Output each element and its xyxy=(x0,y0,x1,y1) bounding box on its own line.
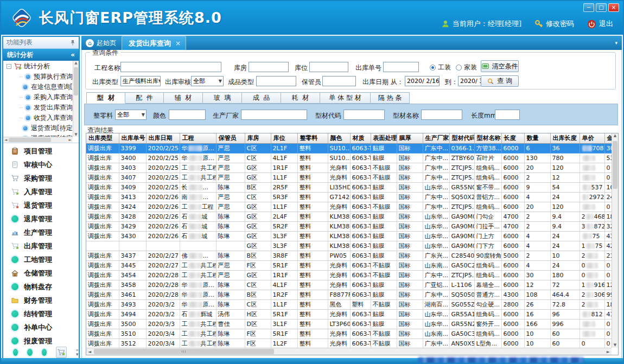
tree-root[interactable]: - 统计分析 xyxy=(3,61,73,72)
cart-quick-button[interactable] xyxy=(56,347,66,358)
profile-code-input[interactable] xyxy=(343,110,385,120)
maker-input[interactable] xyxy=(241,110,307,120)
radio-industrial[interactable]: 工装 xyxy=(430,63,451,72)
tree-item[interactable]: 采购入库查询 xyxy=(3,92,73,103)
material-tab-2[interactable]: 辅 材 xyxy=(164,92,203,104)
column-header[interactable]: 数量 xyxy=(524,133,550,143)
tree-item[interactable]: 发货出库查询 xyxy=(3,103,73,113)
sidebar-item-7[interactable]: 出库管理 xyxy=(3,239,79,253)
table-row[interactable]: 调拨出库34452020/2/27工共工程严思F区5R1F整料光身料6063-T… xyxy=(86,260,612,270)
profile-name-input[interactable] xyxy=(421,110,462,120)
tree-item[interactable]: 预算执行查询 xyxy=(3,72,73,82)
column-header[interactable]: 保管员 xyxy=(216,133,245,143)
column-header[interactable]: 库位 xyxy=(271,133,297,143)
material-tab-0[interactable]: 型 材 xyxy=(86,92,125,104)
column-header[interactable]: 出库长度 xyxy=(550,133,580,143)
column-header[interactable]: 出库类型 xyxy=(86,133,119,143)
column-header[interactable]: 型材代码 xyxy=(449,133,474,143)
warehouse-input[interactable] xyxy=(249,62,289,72)
column-header[interactable]: 材质 xyxy=(350,133,371,143)
search-button[interactable]: 查 询 xyxy=(481,75,519,87)
sidebar-item-8[interactable]: 工地管理 xyxy=(3,253,79,266)
table-row[interactable]: 调拨出库33992020/2/25华原...严思C区2L1F整料SU10...6… xyxy=(86,143,612,153)
sidebar-item-13[interactable]: 补单中心 xyxy=(3,321,79,334)
sidebar-item-9[interactable]: 仓储管理 xyxy=(3,266,79,280)
quick-icon-2[interactable] xyxy=(27,349,32,356)
scrollbar-thumb[interactable] xyxy=(94,349,274,354)
material-tab-6[interactable]: 单 体 型 材 xyxy=(320,92,371,104)
column-header[interactable]: 库房 xyxy=(245,133,271,143)
radio-home[interactable]: 家装 xyxy=(456,63,477,72)
column-header[interactable]: 单价 xyxy=(580,133,604,143)
quick-icon-3[interactable] xyxy=(42,349,47,356)
tree-vertical-scrollbar[interactable]: ▲▼ xyxy=(73,61,79,137)
sidebar-item-2[interactable]: 采购管理 xyxy=(3,171,79,185)
table-row[interactable]: 调拨出库34132020/2/26南...严思C区5R3F整料G71422606… xyxy=(86,192,612,202)
length-input[interactable] xyxy=(495,110,520,120)
material-tab-7[interactable]: 隔 热 条 xyxy=(371,92,410,104)
table-row[interactable]: G区3L3F整料KLM38176063-T5贴膜国标山东华...GA90M09.… xyxy=(86,241,612,251)
table-row[interactable]: 调拨出库34942020/3/2石辉城汤伟H区5R1F整料光身料6063-T5贴… xyxy=(86,309,612,319)
project-name-input[interactable] xyxy=(120,62,221,72)
color-input[interactable] xyxy=(169,110,206,120)
tab-close-icon[interactable]: × xyxy=(175,40,181,47)
tree-item[interactable]: 收货入库查询 xyxy=(3,113,73,123)
column-header[interactable]: 长度 xyxy=(501,133,524,143)
column-header[interactable]: 工程 xyxy=(180,133,216,143)
column-header[interactable]: 出库日期 xyxy=(146,133,180,143)
close-button[interactable]: × xyxy=(608,3,619,12)
keeper-input[interactable] xyxy=(322,76,356,86)
column-header[interactable]: 表面处理 xyxy=(371,133,397,143)
sidebar-item-4[interactable]: 退货管理 xyxy=(3,199,79,212)
column-header[interactable]: 膜厚 xyxy=(397,133,423,143)
column-header[interactable]: 型材名称 xyxy=(474,133,501,143)
table-row[interactable]: 调拨出库34292020/2/26石城陈琳G区5R2F整料KLM38176063… xyxy=(86,221,612,231)
table-row[interactable]: 调拨出库35122020/3/4工共工程陈琳F区1L2F整料光身料6063-T5… xyxy=(86,339,612,348)
tab-shipment-query[interactable]: 发货出库查询 × xyxy=(122,36,186,50)
table-row[interactable]: 调拨出库35102020/3/4工共工程陈琳F区5R1F整料光身料6063-T5… xyxy=(86,329,612,339)
scrollbar-thumb[interactable] xyxy=(9,138,51,142)
sidebar-item-5[interactable]: 退库管理 xyxy=(3,212,79,226)
table-row[interactable]: 调拨出库35002020/3/3工共工程曹佳D区3L1F整料LT3P606063… xyxy=(86,319,612,329)
material-tab-3[interactable]: 玻 璃 xyxy=(203,92,242,104)
sidebar-item-0[interactable]: 项目管理 xyxy=(3,144,79,158)
tree-item[interactable]: 退货查询[待定] xyxy=(3,123,73,133)
maximize-button[interactable]: □ xyxy=(596,3,607,12)
table-horizontal-scrollbar[interactable]: ◄► xyxy=(86,348,612,355)
tab-list-dropdown-icon[interactable]: ▾ xyxy=(615,40,617,46)
date-from-select[interactable]: 2020/ 2/16▼ xyxy=(405,76,440,86)
collapse-icon[interactable]: « xyxy=(71,51,75,59)
tree-horizontal-scrollbar[interactable]: ◄► xyxy=(3,137,73,143)
sidebar-item-6[interactable]: 生产管理 xyxy=(3,226,79,239)
sidebar-item-3[interactable]: 入库管理 xyxy=(3,185,79,199)
material-tab-5[interactable]: 耗 材 xyxy=(281,92,320,104)
table-row[interactable]: 调拨出库34302020/2/26石城陈琳G区3L3F整料KLM38176063… xyxy=(86,231,612,241)
table-row[interactable]: 调拨出库34932020/3/2华原...陈琳C区1L1F整料黑色塑料不贴膜国标… xyxy=(86,299,612,309)
clear-conditions-button[interactable]: 清空条件 xyxy=(481,60,519,72)
table-row[interactable]: 调拨出库34542020/2/28工共工程严思G区1R1F整料光身料6063-T… xyxy=(86,270,612,280)
change-password-button[interactable]: 修改密码 xyxy=(534,19,574,29)
more-buttons-chevron[interactable]: »▾ xyxy=(76,348,79,356)
table-row[interactable]: 调拨出库34072020/2/25工共工程严思G区1L1F整料光身料6063-T… xyxy=(86,173,612,182)
table-row[interactable]: 调拨出库34002020/2/25华原...严思C区4L1F整料SU10...6… xyxy=(86,153,612,163)
tab-home[interactable]: ⌂ 起始页 xyxy=(81,36,122,50)
sidebar-item-12[interactable]: 结转管理 xyxy=(3,307,79,321)
out-type-select[interactable]: 生产领料出库▼ xyxy=(120,76,161,86)
table-row[interactable]: 调拨出库34612020/2/28华原...陈琳B区1R2F整料F8877FT6… xyxy=(86,290,612,299)
material-tab-1[interactable]: 配 件 xyxy=(125,92,164,104)
pin-icon[interactable] xyxy=(70,40,75,46)
location-input[interactable] xyxy=(309,62,348,72)
column-header[interactable]: 金额 xyxy=(604,133,612,143)
material-tab-4[interactable]: 成 品 xyxy=(242,92,281,104)
scrollbar-thumb[interactable] xyxy=(613,141,617,189)
table-row[interactable]: 调拨出库34582020/2/28华原...陈琳C区4L1F整料光身料6063-… xyxy=(86,280,612,290)
minimize-button[interactable]: ─ xyxy=(583,3,594,12)
table-row[interactable]: 调拨出库34372020/2/27佛...陈琳B区3R8F整料PW056063-… xyxy=(86,251,612,260)
column-header[interactable]: 生产厂家 xyxy=(423,133,449,143)
audit-select[interactable]: 全部▼ xyxy=(191,76,224,86)
logout-button[interactable]: 退出 xyxy=(587,19,613,29)
sidebar-item-1[interactable]: 审核中心 xyxy=(3,158,79,171)
table-vertical-scrollbar[interactable]: ▲▼ xyxy=(612,133,618,348)
column-header[interactable]: 整零料 xyxy=(297,133,328,143)
column-header[interactable]: 出库单号 xyxy=(119,133,146,143)
